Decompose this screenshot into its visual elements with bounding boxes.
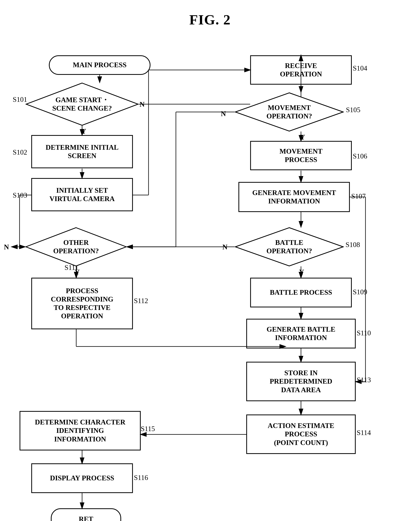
label-y-movement: Y [300,133,305,141]
step-s101: S101 [13,95,27,104]
generate-movement-info-label: GENERATE MOVEMENTINFORMATION [252,189,336,205]
action-estimate-label: ACTION ESTIMATEPROCESS(POINT COUNT) [268,422,334,447]
movement-process-label: MOVEMENTPROCESS [279,147,322,164]
battle-process-node: BATTLE PROCESS [250,278,352,307]
step-s107: S107 [351,192,366,200]
display-process-node: DISPLAY PROCESS [31,463,133,493]
page-title: FIG. 2 [0,0,420,36]
ret-node: RET [51,508,121,521]
store-data-node: STORE INPREDETERMINEDDATA AREA [246,362,356,401]
step-s113: S113 [357,376,371,384]
main-process-label: MAIN PROCESS [73,61,127,69]
step-s108: S108 [345,241,360,249]
label-y-gamestart: Y [81,127,86,135]
step-s116: S116 [134,474,148,482]
label-y-battle: Y [299,268,304,276]
battle-operation-node: BATTLEOPERATION? [234,227,344,267]
step-s106: S106 [353,152,367,160]
step-s115: S115 [141,425,155,433]
determine-character-node: DETERMINE CHARACTERIDENTIFYINGINFORMATIO… [20,411,141,450]
action-estimate-node: ACTION ESTIMATEPROCESS(POINT COUNT) [246,415,356,454]
receive-operation-node: RECEIVEOPERATION [250,55,352,85]
step-s110: S110 [357,329,371,337]
process-corresponding-label: PROCESSCORRESPONDINGTO RESPECTIVEOPERATI… [51,287,113,320]
display-process-label: DISPLAY PROCESS [50,474,114,482]
ret-label: RET [79,515,93,521]
determine-initial-screen-label: DETERMINE INITIALSCREEN [45,143,119,160]
step-s114: S114 [357,429,371,437]
generate-battle-info-label: GENERATE BATTLEINFORMATION [267,325,335,342]
determine-initial-screen-node: DETERMINE INITIALSCREEN [31,135,133,168]
label-n-other: N [4,243,9,251]
label-n-gamestart: N [140,100,145,108]
game-start-node: GAME START・SCENE CHANGE? [25,82,139,126]
main-process-node: MAIN PROCESS [49,55,150,75]
movement-process-node: MOVEMENTPROCESS [250,141,352,170]
store-data-label: STORE INPREDETERMINEDDATA AREA [270,369,332,394]
initially-set-camera-node: INITIALLY SETVIRTUAL CAMERA [31,178,133,211]
movement-operation-label: MOVEMENTOPERATION? [266,104,312,120]
step-s103: S103 [13,191,27,199]
step-s102: S102 [13,148,27,156]
process-corresponding-node: PROCESSCORRESPONDINGTO RESPECTIVEOPERATI… [31,278,133,329]
other-operation-node: OTHEROPERATION? [25,227,127,267]
step-s112: S112 [134,297,148,305]
generate-movement-info-node: GENERATE MOVEMENTINFORMATION [239,182,350,212]
movement-operation-node: MOVEMENTOPERATION? [234,92,344,132]
other-operation-label: OTHEROPERATION? [53,238,99,255]
battle-process-label: BATTLE PROCESS [270,288,332,297]
initially-set-camera-label: INITIALLY SETVIRTUAL CAMERA [49,186,115,203]
battle-operation-label: BATTLEOPERATION? [266,238,312,255]
step-s109: S109 [353,288,367,296]
receive-operation-label: RECEIVEOPERATION [280,62,322,78]
label-n-movement: N [221,110,226,118]
generate-battle-info-node: GENERATE BATTLEINFORMATION [246,319,356,349]
step-s104: S104 [353,64,367,72]
determine-character-label: DETERMINE CHARACTERIDENTIFYINGINFORMATIO… [35,418,125,443]
label-n-battle: N [222,243,227,251]
label-y-other: Y [75,268,80,276]
game-start-label: GAME START・SCENE CHANGE? [52,96,112,112]
step-s105: S105 [346,106,360,114]
